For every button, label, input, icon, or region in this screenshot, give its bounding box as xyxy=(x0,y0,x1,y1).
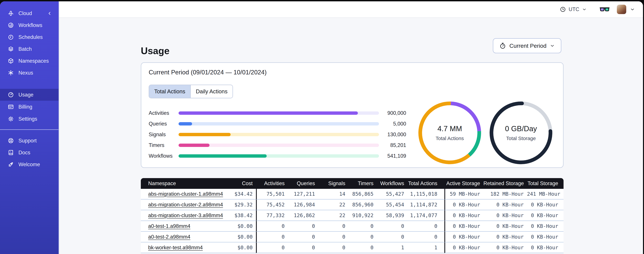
column-header-queries: Queries xyxy=(288,178,318,189)
table-cell: 0 xyxy=(349,232,377,242)
sidebar-item-usage[interactable]: Usage xyxy=(0,89,58,101)
timezone-selector[interactable]: UTC xyxy=(560,6,587,12)
table-cell: 55,427 xyxy=(377,189,408,200)
bar-fill xyxy=(178,112,358,115)
sidebar-item-welcome[interactable]: Welcome xyxy=(0,158,58,170)
table-cell: 0 KB-Hour xyxy=(484,200,527,210)
table-cell: 856,865 xyxy=(349,189,377,200)
table-cell: 14 xyxy=(318,189,349,200)
sidebar-item-label: Batch xyxy=(18,46,32,52)
table-cell: $34.42 xyxy=(231,189,256,200)
bar-track xyxy=(178,122,379,126)
settings-gear-icon xyxy=(8,116,14,122)
column-header-retained-storage: Retained Storage xyxy=(484,178,527,189)
namespace-link[interactable]: bk-worker-test.a98mm4 xyxy=(148,244,203,250)
table-cell: 1,115,018 xyxy=(408,189,444,200)
table-row: bk-worker-test.a98mm4$0.000000110 KB-Hou… xyxy=(141,242,564,253)
bar-row-activities: Activities900,000 xyxy=(149,110,406,116)
table-cell: 0 xyxy=(256,232,288,242)
sidebar-collapse-button[interactable] xyxy=(47,11,52,16)
sidebar-item-support[interactable]: Support xyxy=(0,135,58,146)
table-cell: 0 xyxy=(318,232,349,242)
tab-daily-actions[interactable]: Daily Actions xyxy=(191,85,232,98)
feedback-glasses-icon[interactable] xyxy=(600,6,610,13)
table-cell: 59 MB-Hour xyxy=(444,189,484,200)
namespace-link[interactable]: abs-migration-cluster-2.a98mm4 xyxy=(148,202,223,208)
namespace-link[interactable]: a0-test-1.a98mm4 xyxy=(148,223,190,229)
page-title: Usage xyxy=(141,45,170,56)
table-cell: 0 KB-Hour xyxy=(444,210,484,221)
sidebar-item-label: Settings xyxy=(18,116,37,122)
sidebar-item-schedules[interactable]: Schedules xyxy=(0,31,58,43)
table-cell: 22 xyxy=(318,200,349,210)
account-menu-chevron-down-icon[interactable] xyxy=(630,7,635,12)
chevron-down-icon xyxy=(550,43,555,48)
total-storage-value: 0 GB/Day xyxy=(505,124,537,133)
namespace-link[interactable]: abs-migration-cluster-3.a98mm4 xyxy=(148,212,223,218)
cloud-logo-icon xyxy=(8,10,14,16)
sidebar-item-label: Usage xyxy=(18,92,34,98)
bar-label: Queries xyxy=(149,121,178,127)
column-header-signals: Signals xyxy=(318,178,349,189)
table-cell: 0 KB-Hour xyxy=(484,242,527,253)
bar-value: 5,000 xyxy=(379,121,406,127)
table-cell: 0 xyxy=(318,221,349,232)
table-cell: 0 KB-Hour xyxy=(527,242,564,253)
bar-value: 900,000 xyxy=(379,110,406,116)
total-actions-caption: Total Actions xyxy=(436,136,464,141)
namespace-link[interactable]: a0-test-2.a98mm4 xyxy=(148,234,190,240)
sidebar-brand-cloud[interactable]: Cloud xyxy=(0,7,58,19)
billing-icon xyxy=(8,104,14,110)
period-selector-label: Current Period xyxy=(510,42,546,49)
sidebar-item-batch[interactable]: Batch xyxy=(0,43,58,55)
table-cell: 55,454 xyxy=(377,200,408,210)
table-row: abs-migration-cluster-2.a98mm4$29.3275,4… xyxy=(141,200,564,210)
table-cell: 0 xyxy=(256,221,288,232)
table-header-row: NamespaceCostActivitiesQueriesSignalsTim… xyxy=(141,178,564,189)
sidebar-item-label: Support xyxy=(18,138,37,144)
table-cell: 182 MB-Hour xyxy=(484,189,527,200)
table-cell: 0 KB-Hour xyxy=(527,232,564,242)
sidebar-divider xyxy=(0,129,58,130)
timezone-label: UTC xyxy=(568,6,579,12)
period-selector-button[interactable]: Current Period xyxy=(493,38,561,53)
table-cell: 0 KB-Hour xyxy=(484,221,527,232)
bar-label: Workflows xyxy=(149,153,178,159)
user-avatar[interactable] xyxy=(617,5,626,14)
table-cell: 0 xyxy=(408,221,444,232)
chevron-down-icon xyxy=(582,7,587,12)
table-cell: $0.00 xyxy=(231,221,256,232)
sidebar-item-settings[interactable]: Settings xyxy=(0,113,58,125)
column-header-namespace: Namespace xyxy=(141,178,231,189)
sidebar-item-namespaces[interactable]: Namespaces xyxy=(0,55,58,67)
table-row: a0-test-2.a98mm4$0.000000000 KB-Hour0 KB… xyxy=(141,232,564,242)
usage-gauge-icon xyxy=(8,92,14,98)
docs-book-icon xyxy=(8,150,14,156)
sidebar-item-workflows[interactable]: Workflows xyxy=(0,19,58,31)
table-cell: 0 KB-Hour xyxy=(527,210,564,221)
table-cell: 0 KB-Hour xyxy=(484,232,527,242)
table-row: a0-test-1.a98mm4$0.000000000 KB-Hour0 KB… xyxy=(141,221,564,232)
table-cell: 126,862 xyxy=(288,210,318,221)
namespace-cell: bk-worker-test.a98mm4 xyxy=(141,242,231,253)
table-cell: 1,174,077 xyxy=(408,210,444,221)
namespace-link[interactable]: abs-migration-cluster-1.a98mm4 xyxy=(148,191,223,197)
bar-track xyxy=(178,112,379,115)
namespace-cell: abs-migration-cluster-3.a98mm4 xyxy=(141,210,231,221)
table-cell: 0 xyxy=(288,232,318,242)
table-cell: 75,452 xyxy=(256,200,288,210)
bar-fill xyxy=(178,144,210,147)
table-cell: 77,332 xyxy=(256,210,288,221)
sidebar-item-label: Welcome xyxy=(18,162,40,168)
sidebar-brand-label: Cloud xyxy=(18,10,32,16)
topbar: UTC xyxy=(59,1,643,18)
table-cell: 0 KB-Hour xyxy=(444,232,484,242)
sidebar-item-docs[interactable]: Docs xyxy=(0,146,58,158)
table-cell: 0 xyxy=(408,232,444,242)
table-cell: $29.32 xyxy=(231,200,256,210)
sidebar-item-nexus[interactable]: Nexus xyxy=(0,67,58,79)
sidebar-item-billing[interactable]: Billing xyxy=(0,101,58,113)
tab-total-actions[interactable]: Total Actions xyxy=(149,85,191,98)
table-cell: 0 xyxy=(377,232,408,242)
table-cell: 856,960 xyxy=(349,200,377,210)
